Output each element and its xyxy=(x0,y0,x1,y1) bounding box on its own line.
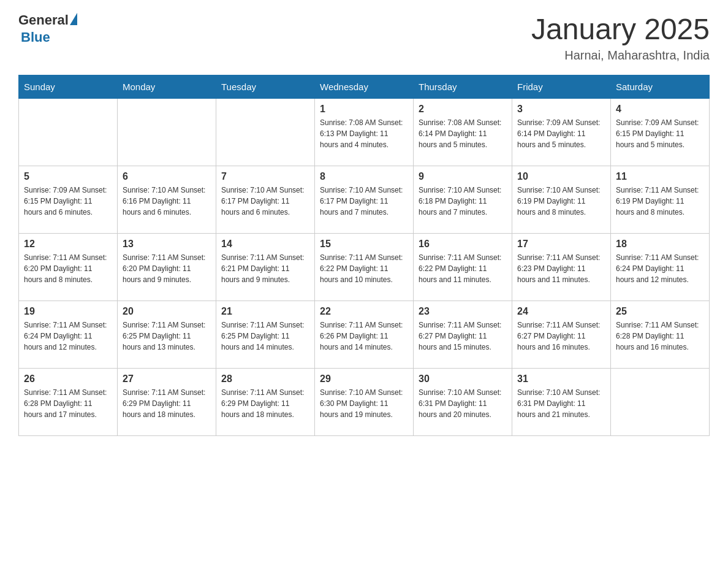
day-info: Sunrise: 7:11 AM Sunset: 6:28 PM Dayligh… xyxy=(616,320,704,353)
calendar-cell: 9Sunrise: 7:10 AM Sunset: 6:18 PM Daylig… xyxy=(414,166,512,234)
day-info: Sunrise: 7:11 AM Sunset: 6:24 PM Dayligh… xyxy=(24,320,112,353)
day-info: Sunrise: 7:10 AM Sunset: 6:17 PM Dayligh… xyxy=(320,185,408,218)
day-number: 2 xyxy=(419,104,507,115)
day-number: 17 xyxy=(517,239,605,250)
calendar-cell: 20Sunrise: 7:11 AM Sunset: 6:25 PM Dayli… xyxy=(118,301,216,369)
day-info: Sunrise: 7:09 AM Sunset: 6:15 PM Dayligh… xyxy=(24,185,112,218)
calendar-cell: 13Sunrise: 7:11 AM Sunset: 6:20 PM Dayli… xyxy=(118,234,216,301)
day-info: Sunrise: 7:11 AM Sunset: 6:29 PM Dayligh… xyxy=(123,387,211,420)
calendar-cell xyxy=(19,99,118,166)
day-number: 27 xyxy=(123,373,211,385)
day-info: Sunrise: 7:11 AM Sunset: 6:27 PM Dayligh… xyxy=(517,320,605,353)
calendar-cell: 22Sunrise: 7:11 AM Sunset: 6:26 PM Dayli… xyxy=(315,301,414,369)
day-number: 4 xyxy=(616,104,704,115)
day-info: Sunrise: 7:10 AM Sunset: 6:31 PM Dayligh… xyxy=(419,387,507,420)
page-header: General Blue January 2025 Harnai, Mahara… xyxy=(18,12,710,63)
day-info: Sunrise: 7:11 AM Sunset: 6:24 PM Dayligh… xyxy=(616,252,704,285)
calendar-cell: 11Sunrise: 7:11 AM Sunset: 6:19 PM Dayli… xyxy=(611,166,710,234)
day-number: 10 xyxy=(517,171,605,182)
day-number: 23 xyxy=(419,306,507,317)
calendar-week-row: 5Sunrise: 7:09 AM Sunset: 6:15 PM Daylig… xyxy=(19,166,710,234)
day-number: 9 xyxy=(419,171,507,182)
day-info: Sunrise: 7:11 AM Sunset: 6:29 PM Dayligh… xyxy=(221,387,309,420)
calendar-cell: 5Sunrise: 7:09 AM Sunset: 6:15 PM Daylig… xyxy=(19,166,118,234)
day-number: 19 xyxy=(24,306,112,317)
calendar-cell: 3Sunrise: 7:09 AM Sunset: 6:14 PM Daylig… xyxy=(512,99,611,166)
day-info: Sunrise: 7:11 AM Sunset: 6:26 PM Dayligh… xyxy=(320,320,408,353)
day-info: Sunrise: 7:11 AM Sunset: 6:21 PM Dayligh… xyxy=(221,252,309,285)
calendar-cell: 28Sunrise: 7:11 AM Sunset: 6:29 PM Dayli… xyxy=(216,369,315,436)
day-number: 30 xyxy=(419,373,507,385)
calendar-week-row: 19Sunrise: 7:11 AM Sunset: 6:24 PM Dayli… xyxy=(19,301,710,369)
logo-blue-text: Blue xyxy=(21,29,50,45)
calendar-header-row: SundayMondayTuesdayWednesdayThursdayFrid… xyxy=(19,75,710,99)
calendar-cell: 30Sunrise: 7:10 AM Sunset: 6:31 PM Dayli… xyxy=(414,369,512,436)
day-info: Sunrise: 7:10 AM Sunset: 6:18 PM Dayligh… xyxy=(419,185,507,218)
day-number: 14 xyxy=(221,239,309,250)
calendar-body: 1Sunrise: 7:08 AM Sunset: 6:13 PM Daylig… xyxy=(19,99,710,436)
day-number: 12 xyxy=(24,239,112,250)
calendar-header: SundayMondayTuesdayWednesdayThursdayFrid… xyxy=(19,75,710,99)
calendar-cell: 14Sunrise: 7:11 AM Sunset: 6:21 PM Dayli… xyxy=(216,234,315,301)
calendar-cell: 10Sunrise: 7:10 AM Sunset: 6:19 PM Dayli… xyxy=(512,166,611,234)
calendar-cell: 17Sunrise: 7:11 AM Sunset: 6:23 PM Dayli… xyxy=(512,234,611,301)
day-number: 31 xyxy=(517,373,605,385)
calendar-day-header: Saturday xyxy=(611,75,710,99)
calendar-week-row: 12Sunrise: 7:11 AM Sunset: 6:20 PM Dayli… xyxy=(19,234,710,301)
day-number: 28 xyxy=(221,373,309,385)
logo: General Blue xyxy=(18,12,77,45)
day-number: 11 xyxy=(616,171,704,182)
title-section: January 2025 Harnai, Maharashtra, India xyxy=(531,12,710,63)
calendar-cell: 7Sunrise: 7:10 AM Sunset: 6:17 PM Daylig… xyxy=(216,166,315,234)
day-number: 29 xyxy=(320,373,408,385)
day-info: Sunrise: 7:08 AM Sunset: 6:14 PM Dayligh… xyxy=(419,117,507,150)
calendar-cell: 12Sunrise: 7:11 AM Sunset: 6:20 PM Dayli… xyxy=(19,234,118,301)
day-info: Sunrise: 7:11 AM Sunset: 6:22 PM Dayligh… xyxy=(320,252,408,285)
day-number: 8 xyxy=(320,171,408,182)
day-number: 15 xyxy=(320,239,408,250)
day-info: Sunrise: 7:11 AM Sunset: 6:23 PM Dayligh… xyxy=(517,252,605,285)
day-info: Sunrise: 7:09 AM Sunset: 6:15 PM Dayligh… xyxy=(616,117,704,150)
day-info: Sunrise: 7:11 AM Sunset: 6:25 PM Dayligh… xyxy=(123,320,211,353)
calendar-cell: 2Sunrise: 7:08 AM Sunset: 6:14 PM Daylig… xyxy=(414,99,512,166)
day-info: Sunrise: 7:11 AM Sunset: 6:27 PM Dayligh… xyxy=(419,320,507,353)
day-number: 6 xyxy=(123,171,211,182)
calendar-cell: 21Sunrise: 7:11 AM Sunset: 6:25 PM Dayli… xyxy=(216,301,315,369)
day-number: 26 xyxy=(24,373,112,385)
calendar-cell: 1Sunrise: 7:08 AM Sunset: 6:13 PM Daylig… xyxy=(315,99,414,166)
day-number: 20 xyxy=(123,306,211,317)
calendar-cell: 18Sunrise: 7:11 AM Sunset: 6:24 PM Dayli… xyxy=(611,234,710,301)
day-info: Sunrise: 7:08 AM Sunset: 6:13 PM Dayligh… xyxy=(320,117,408,150)
day-info: Sunrise: 7:10 AM Sunset: 6:31 PM Dayligh… xyxy=(517,387,605,420)
calendar-day-header: Tuesday xyxy=(216,75,315,99)
day-info: Sunrise: 7:11 AM Sunset: 6:22 PM Dayligh… xyxy=(419,252,507,285)
calendar-day-header: Thursday xyxy=(414,75,512,99)
calendar-cell: 31Sunrise: 7:10 AM Sunset: 6:31 PM Dayli… xyxy=(512,369,611,436)
day-number: 1 xyxy=(320,104,408,115)
day-info: Sunrise: 7:10 AM Sunset: 6:16 PM Dayligh… xyxy=(123,185,211,218)
day-number: 13 xyxy=(123,239,211,250)
calendar-cell: 29Sunrise: 7:10 AM Sunset: 6:30 PM Dayli… xyxy=(315,369,414,436)
day-info: Sunrise: 7:11 AM Sunset: 6:20 PM Dayligh… xyxy=(123,252,211,285)
logo-triangle-icon xyxy=(70,13,77,25)
calendar-cell: 15Sunrise: 7:11 AM Sunset: 6:22 PM Dayli… xyxy=(315,234,414,301)
day-info: Sunrise: 7:10 AM Sunset: 6:30 PM Dayligh… xyxy=(320,387,408,420)
day-info: Sunrise: 7:10 AM Sunset: 6:19 PM Dayligh… xyxy=(517,185,605,218)
calendar-cell: 4Sunrise: 7:09 AM Sunset: 6:15 PM Daylig… xyxy=(611,99,710,166)
day-number: 5 xyxy=(24,171,112,182)
day-info: Sunrise: 7:11 AM Sunset: 6:19 PM Dayligh… xyxy=(616,185,704,218)
calendar-cell xyxy=(216,99,315,166)
day-info: Sunrise: 7:11 AM Sunset: 6:28 PM Dayligh… xyxy=(24,387,112,420)
month-title: January 2025 xyxy=(531,12,710,46)
calendar-cell: 26Sunrise: 7:11 AM Sunset: 6:28 PM Dayli… xyxy=(19,369,118,436)
day-info: Sunrise: 7:09 AM Sunset: 6:14 PM Dayligh… xyxy=(517,117,605,150)
day-info: Sunrise: 7:11 AM Sunset: 6:25 PM Dayligh… xyxy=(221,320,309,353)
calendar-day-header: Monday xyxy=(118,75,216,99)
day-number: 21 xyxy=(221,306,309,317)
calendar-cell: 23Sunrise: 7:11 AM Sunset: 6:27 PM Dayli… xyxy=(414,301,512,369)
day-number: 18 xyxy=(616,239,704,250)
location-title: Harnai, Maharashtra, India xyxy=(531,48,710,63)
calendar-cell: 6Sunrise: 7:10 AM Sunset: 6:16 PM Daylig… xyxy=(118,166,216,234)
calendar-week-row: 1Sunrise: 7:08 AM Sunset: 6:13 PM Daylig… xyxy=(19,99,710,166)
day-number: 16 xyxy=(419,239,507,250)
